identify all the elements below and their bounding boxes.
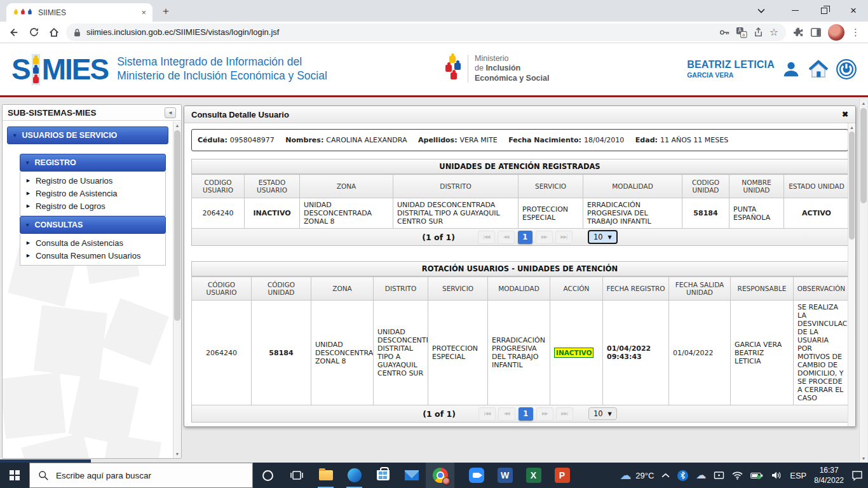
scrollbar-thumb[interactable] bbox=[849, 132, 855, 240]
first-page-button[interactable]: |◀◀ bbox=[478, 231, 495, 244]
time: 16:37 bbox=[814, 465, 844, 475]
volume-icon[interactable] bbox=[771, 471, 782, 480]
scroll-down-icon[interactable]: ▼ bbox=[860, 454, 867, 463]
arrow-right-icon: ► bbox=[25, 190, 31, 196]
logo-puzzle-column bbox=[32, 54, 40, 85]
next-page-button[interactable]: ▶▶ bbox=[536, 407, 553, 421]
extensions-icon[interactable] bbox=[792, 27, 804, 38]
sidebar-section-consultas[interactable]: ▾ CONSULTAS bbox=[20, 216, 166, 234]
arrow-right-icon: ► bbox=[25, 177, 31, 184]
share-icon[interactable] bbox=[753, 27, 764, 37]
sidebar-collapse-button[interactable]: ◄ bbox=[165, 107, 176, 118]
scrollbar-thumb[interactable] bbox=[174, 130, 180, 321]
last-page-button[interactable]: ▶▶| bbox=[555, 231, 573, 244]
scroll-up-icon[interactable]: ▲ bbox=[173, 121, 181, 130]
table-header-row: CODIGO USUARIOESTADO USUARIOZONADISTRITO… bbox=[192, 175, 850, 198]
chevron-down-icon: ▼ bbox=[608, 411, 612, 417]
language-indicator[interactable]: ESP bbox=[790, 471, 806, 480]
reload-icon[interactable] bbox=[25, 24, 42, 41]
rows-per-page-select[interactable]: 10 ▼ bbox=[588, 407, 617, 420]
scroll-down-icon[interactable]: ▼ bbox=[173, 450, 181, 458]
zoom-icon[interactable] bbox=[462, 463, 491, 488]
sidebar-item-consulta-de-asistencias[interactable]: ►Consulta de Asistencias bbox=[24, 236, 161, 249]
next-page-button[interactable]: ▶▶ bbox=[536, 231, 553, 244]
sidebar-scrollbar[interactable]: ▲ ▼ bbox=[173, 121, 181, 458]
user-profile-icon[interactable] bbox=[782, 60, 801, 79]
scrollbar-thumb[interactable] bbox=[860, 108, 867, 203]
home-nav-icon[interactable] bbox=[808, 60, 829, 79]
file-explorer-icon[interactable] bbox=[311, 463, 340, 488]
browser-tabstrip: SIIMIES × + × bbox=[0, 0, 868, 22]
window-close-button[interactable]: × bbox=[839, 0, 868, 21]
previous-page-button[interactable]: ◀◀ bbox=[498, 231, 515, 244]
logo-letter-s: S bbox=[11, 55, 30, 84]
sidebar-section-registro[interactable]: ▾ REGISTRO bbox=[20, 154, 166, 172]
excel-icon[interactable]: X bbox=[519, 463, 548, 488]
sidebar-item-registro-de-usuarios[interactable]: ►Registro de Usuarios bbox=[24, 174, 161, 187]
sidebar-item-usuarios-de-servicio[interactable]: ▾ USUARIOS DE SERVICIO bbox=[7, 126, 168, 144]
bluetooth-icon[interactable] bbox=[677, 470, 688, 481]
sidebar-item-consulta-resumen-usuarios[interactable]: ►Consulta Resumen Usuarios bbox=[24, 249, 161, 262]
restore-button[interactable] bbox=[810, 0, 839, 21]
tray-expand-icon[interactable] bbox=[661, 473, 670, 478]
mail-icon[interactable] bbox=[397, 463, 426, 488]
paginator-table1: (1 of 1) |◀◀ ◀◀ 1 ▶▶ ▶▶| 10 ▼ bbox=[191, 229, 848, 246]
password-key-icon[interactable] bbox=[719, 27, 730, 38]
sidebar-item-registro-de-logros[interactable]: ►Registro de Logros bbox=[24, 200, 161, 212]
clock[interactable]: 16:37 8/4/2022 bbox=[814, 465, 844, 485]
last-page-button[interactable]: ▶▶| bbox=[556, 407, 573, 421]
scroll-up-icon[interactable]: ▲ bbox=[848, 123, 855, 132]
panel-scrollbar[interactable]: ▲ bbox=[848, 123, 855, 426]
close-icon[interactable]: ✖ bbox=[842, 110, 848, 119]
tab-title: SIIMIES bbox=[38, 8, 66, 17]
battery-icon[interactable] bbox=[750, 471, 763, 480]
new-tab-button[interactable]: + bbox=[158, 3, 174, 20]
cortana-icon[interactable] bbox=[253, 463, 282, 488]
action-center-icon[interactable] bbox=[851, 470, 863, 481]
unidades-atencion-table: UNIDADES DE ATENCIÓN REGISTRADAS CODIGO … bbox=[191, 159, 848, 246]
home-icon[interactable] bbox=[46, 24, 62, 41]
powerpoint-icon[interactable]: P bbox=[548, 463, 576, 488]
minimize-button[interactable] bbox=[780, 0, 810, 21]
chrome-icon[interactable] bbox=[426, 463, 454, 488]
url-bar[interactable]: siimies.inclusion.gob.ec/SIIMIES/vistas/… bbox=[66, 24, 786, 41]
page-scrollbar[interactable]: ▲ ▼ bbox=[859, 99, 867, 463]
edge-icon[interactable] bbox=[340, 463, 369, 488]
profile-avatar[interactable] bbox=[828, 24, 844, 41]
browser-tab[interactable]: SIIMIES × bbox=[6, 3, 153, 22]
paginator-table2: (1 of 1) |◀◀ ◀◀ 1 ▶▶ ▶▶| 10 ▼ bbox=[191, 405, 848, 423]
tab-close-icon[interactable]: × bbox=[141, 8, 146, 17]
chrome-profile-badge bbox=[442, 477, 451, 485]
cast-icon[interactable] bbox=[714, 471, 724, 480]
edad-value: 11 AÑOS 11 MESES bbox=[660, 136, 728, 144]
tab-search-icon[interactable] bbox=[750, 0, 773, 21]
browser-menu-icon[interactable]: ⋮ bbox=[851, 27, 860, 38]
url-text[interactable]: siimies.inclusion.gob.ec/SIIMIES/vistas/… bbox=[86, 27, 713, 37]
word-icon[interactable]: W bbox=[491, 463, 519, 488]
first-page-button[interactable]: |◀◀ bbox=[478, 407, 496, 421]
sidebar-item-registro-de-asistencia[interactable]: ►Registro de Asistencia bbox=[24, 187, 161, 200]
microsoft-store-icon[interactable] bbox=[369, 463, 397, 488]
bookmark-star-icon[interactable]: ☆ bbox=[770, 27, 778, 37]
scroll-up-icon[interactable]: ▲ bbox=[860, 99, 867, 107]
onedrive-icon[interactable]: ☁ bbox=[696, 470, 706, 480]
taskbar-search-input[interactable]: Escribe aquí para buscar bbox=[29, 463, 253, 488]
page-title: Consulta Detalle Usuario bbox=[191, 110, 289, 119]
back-icon[interactable] bbox=[5, 24, 22, 41]
date: 8/4/2022 bbox=[814, 475, 844, 485]
ministry-logo: Ministerio de Inclusión Económica y Soci… bbox=[445, 53, 549, 84]
current-page-button[interactable]: 1 bbox=[518, 231, 532, 244]
browser-toolbar: siimies.inclusion.gob.ec/SIIMIES/vistas/… bbox=[0, 22, 868, 43]
translate-icon[interactable]: Aa bbox=[736, 27, 747, 38]
side-panel-icon[interactable] bbox=[810, 27, 822, 38]
previous-page-button[interactable]: ◀◀ bbox=[498, 407, 515, 421]
current-page-button[interactable]: 1 bbox=[519, 407, 533, 421]
status-badge: INACTIVO bbox=[554, 348, 593, 358]
logout-power-icon[interactable] bbox=[836, 59, 857, 79]
start-button[interactable] bbox=[0, 463, 29, 488]
wifi-icon[interactable] bbox=[732, 471, 743, 480]
weather-widget[interactable]: ☁ 29°C bbox=[620, 470, 654, 481]
task-view-icon[interactable] bbox=[282, 463, 311, 488]
rows-per-page-select[interactable]: 10 ▼ bbox=[588, 230, 618, 244]
table-title: ROTACIÓN USUARIOS - UNIDADES DE ATENCIÓN bbox=[191, 261, 848, 276]
